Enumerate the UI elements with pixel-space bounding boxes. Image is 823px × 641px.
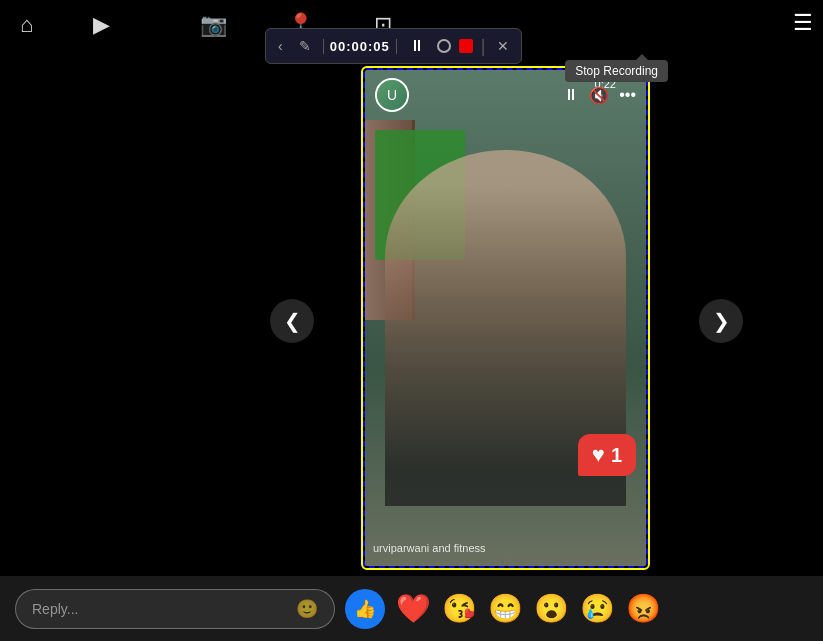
reply-placeholder: Reply... xyxy=(32,601,78,617)
stop-button[interactable] xyxy=(459,39,473,53)
pause-button[interactable]: ⏸ xyxy=(405,35,429,57)
love-reaction-button[interactable]: ❤️ xyxy=(395,591,431,627)
recording-timer: 00:00:05 xyxy=(323,39,397,54)
close-button[interactable]: ✕ xyxy=(493,36,513,56)
chevron-right-icon: ❯ xyxy=(713,309,730,333)
volume-icon[interactable]: 🔇 xyxy=(589,86,609,105)
thumbs-up-icon: 👍 xyxy=(354,598,376,620)
wow-reaction-button[interactable]: 😮 xyxy=(533,591,569,627)
like-count: 1 xyxy=(611,444,622,467)
more-options-icon[interactable]: ••• xyxy=(619,86,636,104)
angry-reaction-button[interactable]: 😡 xyxy=(625,591,661,627)
sad-emoji-icon: 😢 xyxy=(580,592,615,625)
bottom-bar: Reply... 🙂 👍 ❤️ 😘 😁 😮 😢 😡 xyxy=(0,576,823,641)
next-arrow-button[interactable]: ❯ xyxy=(699,299,743,343)
heart-icon: ♥ xyxy=(592,442,605,468)
sad-reaction-button[interactable]: 😢 xyxy=(579,591,615,627)
prev-arrow-button[interactable]: ❮ xyxy=(270,299,314,343)
toolbar-divider: | xyxy=(481,36,486,57)
video-inner: U ⏸ 🔇 ••• 0:22 ♥ 1 urviparwani and fitne… xyxy=(365,70,646,566)
kiss-emoji-icon: 😘 xyxy=(442,592,477,625)
kiss-reaction-button[interactable]: 😘 xyxy=(441,591,477,627)
angry-emoji-icon: 😡 xyxy=(626,592,661,625)
like-badge: ♥ 1 xyxy=(578,434,636,476)
like-reaction-button[interactable]: 👍 xyxy=(345,589,385,629)
recording-toolbar: ‹ ✎ 00:00:05 ⏸ | ✕ xyxy=(265,28,522,64)
record-circle-icon xyxy=(437,39,451,53)
video-controls: ⏸ 🔇 ••• xyxy=(563,86,636,105)
camera-icon[interactable]: 📷 xyxy=(200,12,227,38)
back-button[interactable]: ‹ xyxy=(274,36,287,56)
laugh-reaction-button[interactable]: 😁 xyxy=(487,591,523,627)
avatar: U xyxy=(375,78,409,112)
pause-video-icon[interactable]: ⏸ xyxy=(563,86,579,104)
username-watermark: urviparwani and fitness xyxy=(373,542,486,554)
reply-input-container[interactable]: Reply... 🙂 xyxy=(15,589,335,629)
laugh-emoji-icon: 😁 xyxy=(488,592,523,625)
chevron-left-icon: ❮ xyxy=(284,309,301,333)
home-icon[interactable]: ⌂ xyxy=(20,12,33,38)
wow-emoji-icon: 😮 xyxy=(534,592,569,625)
emoji-picker-icon[interactable]: 🙂 xyxy=(296,598,318,620)
video-frame: U ⏸ 🔇 ••• 0:22 ♥ 1 urviparwani and fitne… xyxy=(363,68,648,568)
heart-emoji-icon: ❤️ xyxy=(396,592,431,625)
stop-recording-tooltip: Stop Recording xyxy=(565,60,668,82)
tv-icon[interactable]: ▶ xyxy=(93,12,110,38)
edit-button[interactable]: ✎ xyxy=(295,36,315,56)
